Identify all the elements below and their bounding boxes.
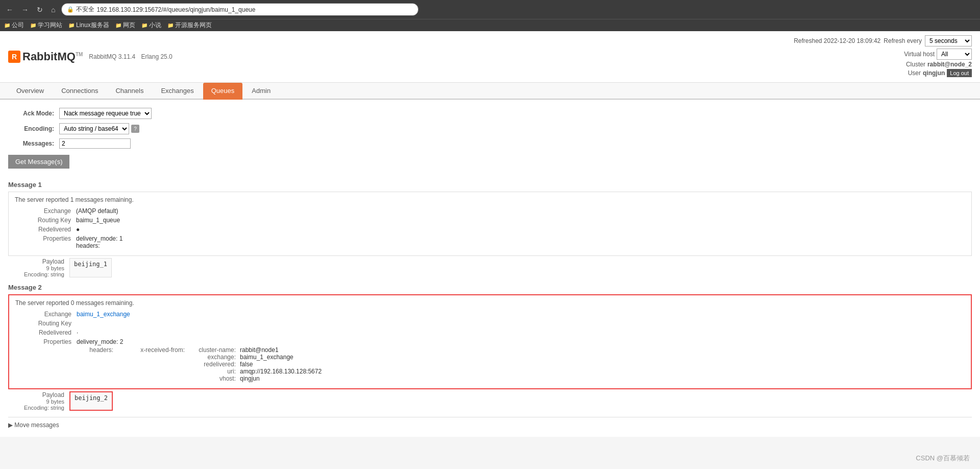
move-messages-section: ▶ Move messages bbox=[8, 417, 972, 429]
message2-redelivered-sub-value: false bbox=[240, 361, 253, 368]
message2-vhost-value: qingjun bbox=[240, 375, 260, 382]
messages-input[interactable] bbox=[59, 138, 131, 149]
folder-icon: 📁 bbox=[4, 22, 10, 28]
browser-chrome: ← → ↻ ⌂ 🔒 不安全 192.168.130.129:15672/#/qu… bbox=[0, 0, 980, 19]
message2-properties-label: Properties bbox=[15, 338, 77, 382]
message2-server-report: The server reported 0 messages remaining… bbox=[15, 299, 965, 307]
main-content: Ack Mode: Nack message requeue true Ack … bbox=[0, 100, 980, 437]
cluster-row: Cluster rabbit@node_2 bbox=[794, 61, 972, 68]
message2-exchange-value: baimu_1_exchange bbox=[77, 311, 130, 318]
lock-icon: 🔒 bbox=[67, 6, 74, 13]
bookmarks-bar: 📁 公司 📁 学习网站 📁 Linux服务器 📁 网页 📁 小说 📁 开源服务网… bbox=[0, 19, 980, 31]
message2-delivery-mode: delivery_mode: 2 bbox=[77, 338, 322, 345]
message1-exchange-label: Exchange bbox=[15, 207, 76, 215]
message2-properties-row: Properties delivery_mode: 2 headers: x-r… bbox=[15, 338, 965, 382]
message2-exchange-sub-value: baimu_1_exchange bbox=[240, 354, 293, 361]
tab-admin[interactable]: Admin bbox=[243, 83, 279, 100]
messages-label: Messages: bbox=[8, 140, 59, 147]
refresh-select[interactable]: 5 seconds 10 seconds 30 seconds 60 secon… bbox=[925, 35, 972, 46]
vhost-select[interactable]: All qingjun bbox=[937, 49, 972, 60]
get-messages-container: Get Message(s) bbox=[8, 153, 972, 175]
logout-button[interactable]: Log out bbox=[947, 69, 972, 77]
cluster-label: Cluster bbox=[906, 61, 925, 68]
message2-cluster-name-value: rabbit@node1 bbox=[240, 346, 279, 354]
encoding-select[interactable]: Auto string / base64 base64 bbox=[59, 123, 129, 134]
message1-server-report: The server reported 1 messages remaining… bbox=[15, 196, 965, 203]
messages-row: Messages: bbox=[8, 138, 972, 149]
tab-connections[interactable]: Connections bbox=[53, 83, 106, 100]
message2-redelivered-sub-label: redelivered: bbox=[189, 361, 240, 368]
bookmark-novel[interactable]: 📁 小说 bbox=[141, 21, 161, 30]
message2-cluster-name-row: cluster-name: rabbit@node1 bbox=[189, 346, 322, 354]
message2-headers-value: x-received-from: cluster-name: rabbit@no… bbox=[117, 346, 322, 382]
home-button[interactable]: ⌂ bbox=[49, 5, 57, 15]
move-messages-toggle[interactable]: ▶ Move messages bbox=[8, 421, 972, 429]
logo-icon: R bbox=[8, 51, 20, 63]
message2-box: The server reported 0 messages remaining… bbox=[8, 294, 972, 389]
message2-payload-content: beijing_2 bbox=[69, 391, 113, 411]
message1-routing-key-label: Routing Key bbox=[15, 217, 76, 224]
rabbitmq-version: RabbitMQ 3.11.4 bbox=[89, 53, 135, 60]
forward-button[interactable]: → bbox=[19, 5, 31, 15]
version-info: RabbitMQ 3.11.4 Erlang 25.0 bbox=[89, 53, 176, 60]
folder-icon-6: 📁 bbox=[167, 22, 174, 28]
message2-routing-key-row: Routing Key bbox=[15, 320, 965, 327]
message2-uri-label: uri: bbox=[189, 368, 240, 375]
encoding-help-button[interactable]: ? bbox=[131, 125, 139, 133]
message2-properties-value: delivery_mode: 2 headers: x-received-fro… bbox=[77, 338, 322, 382]
message2-uri-row: uri: amqp://192.168.130.128:5672 bbox=[189, 368, 322, 375]
message1-payload-label: Payload bbox=[8, 258, 64, 265]
bookmark-opensource[interactable]: 📁 开源服务网页 bbox=[167, 21, 212, 30]
message2-x-received-value: cluster-name: rabbit@node1 exchange: bai… bbox=[189, 346, 322, 382]
logo: R RabbitMQTM bbox=[8, 50, 83, 63]
refresh-row: Refreshed 2022-12-20 18:09:42 Refresh ev… bbox=[794, 35, 972, 46]
reload-button[interactable]: ↻ bbox=[35, 5, 45, 15]
bookmark-company[interactable]: 📁 公司 bbox=[4, 21, 24, 30]
message1-payload-label-col: Payload 9 bytes Encoding: string bbox=[8, 258, 69, 277]
lock-text: 不安全 bbox=[76, 5, 94, 14]
message2-routing-key-label: Routing Key bbox=[15, 320, 77, 327]
folder-icon-3: 📁 bbox=[68, 22, 75, 28]
address-bar[interactable]: 🔒 不安全 192.168.130.129:15672/#/queues/qin… bbox=[61, 3, 419, 16]
user-label: User bbox=[908, 69, 921, 77]
message2-uri-value: amqp://192.168.130.128:5672 bbox=[240, 368, 322, 375]
message1-redelivered-row: Redelivered ● bbox=[15, 226, 965, 233]
message1-routing-key-row: Routing Key baimu_1_queue bbox=[15, 217, 965, 224]
tab-channels[interactable]: Channels bbox=[107, 83, 152, 100]
message2-exchange-label: Exchange bbox=[15, 311, 77, 318]
tab-exchanges[interactable]: Exchanges bbox=[153, 83, 202, 100]
message1-delivery-mode: delivery_mode: 1 headers: bbox=[76, 235, 122, 249]
message2-payload-label-col: Payload 9 bytes Encoding: string bbox=[8, 391, 69, 411]
get-messages-button[interactable]: Get Message(s) bbox=[8, 155, 69, 169]
back-button[interactable]: ← bbox=[4, 5, 15, 15]
message1-properties-row: Properties delivery_mode: 1 headers: bbox=[15, 235, 965, 249]
bookmark-linux[interactable]: 📁 Linux服务器 bbox=[68, 21, 109, 30]
folder-icon-2: 📁 bbox=[30, 22, 36, 28]
tab-queues[interactable]: Queues bbox=[203, 83, 243, 100]
message2-redelivered-label: Redelivered bbox=[15, 329, 77, 336]
header-right: Refreshed 2022-12-20 18:09:42 Refresh ev… bbox=[794, 35, 972, 78]
logo-area: R RabbitMQTM RabbitMQ 3.11.4 Erlang 25.0 bbox=[8, 50, 177, 63]
user-value: qingjun bbox=[923, 69, 945, 77]
message1-payload-content: beijing_1 bbox=[69, 258, 112, 277]
message1-payload-size: 9 bytes bbox=[8, 265, 64, 271]
message2-vhost-label: vhost: bbox=[189, 375, 240, 382]
erlang-version: Erlang 25.0 bbox=[141, 53, 172, 60]
message1-redelivered-value: ● bbox=[76, 226, 80, 233]
message1-exchange-row: Exchange (AMQP default) bbox=[15, 207, 965, 215]
ack-mode-select[interactable]: Nack message requeue true Ack message re… bbox=[59, 108, 152, 119]
user-row: User qingjun Log out bbox=[794, 69, 972, 77]
folder-icon-4: 📁 bbox=[115, 22, 121, 28]
app-header: R RabbitMQTM RabbitMQ 3.11.4 Erlang 25.0… bbox=[0, 31, 980, 83]
message1-routing-key-value: baimu_1_queue bbox=[76, 217, 120, 224]
message2-headers-row: headers: x-received-from: cluster-name: … bbox=[77, 346, 322, 382]
message1-payload-area: Payload 9 bytes Encoding: string beijing… bbox=[8, 258, 972, 277]
refresh-label: Refresh every bbox=[884, 37, 922, 44]
tab-overview[interactable]: Overview bbox=[8, 83, 52, 100]
nav-tabs: Overview Connections Channels Exchanges … bbox=[0, 83, 980, 100]
bookmark-webpage[interactable]: 📁 网页 bbox=[115, 21, 135, 30]
vhost-label: Virtual host bbox=[904, 51, 935, 58]
message2-exchange-sub-row: exchange: baimu_1_exchange bbox=[189, 354, 322, 361]
message2-payload-area: Payload 9 bytes Encoding: string beijing… bbox=[8, 391, 972, 411]
bookmark-study[interactable]: 📁 学习网站 bbox=[30, 21, 62, 30]
